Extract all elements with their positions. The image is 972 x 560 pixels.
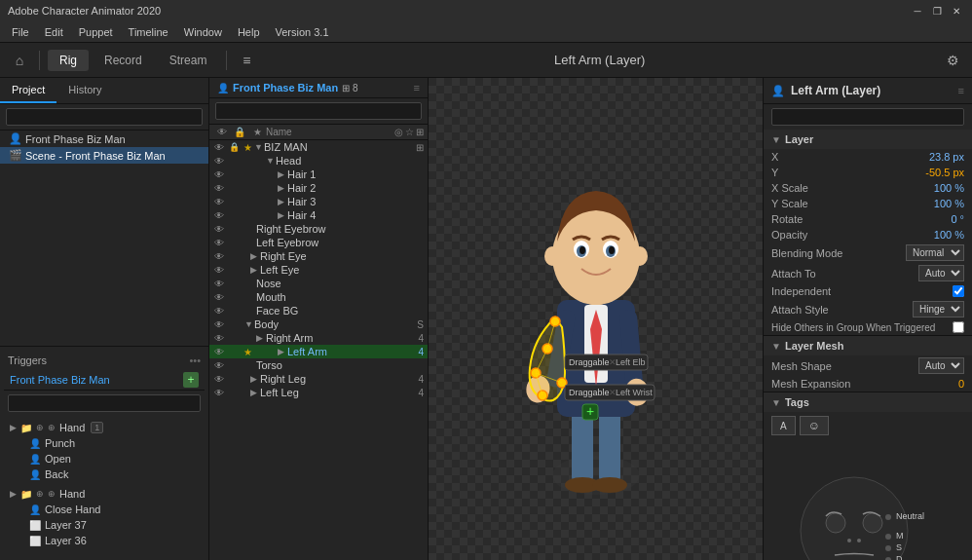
tab-stream[interactable]: Stream bbox=[158, 50, 219, 71]
tree-item-frontphase[interactable]: 👤 Front Phase Biz Man bbox=[0, 131, 208, 147]
layer-row-righteyebrow[interactable]: 👁 Right Eyebrow bbox=[209, 222, 428, 236]
layer-row-hair4[interactable]: 👁 🔒 ★ ▶ Hair 4 bbox=[209, 208, 428, 222]
layer-row-body[interactable]: 👁 ▼ Body S bbox=[209, 317, 428, 331]
eye-leftarm[interactable]: 👁 bbox=[211, 347, 227, 357]
tag-draggable-elbow[interactable]: Draggable ✕ Left Elb bbox=[565, 355, 648, 370]
layer-row-hair3[interactable]: 👁 🔒 ★ ▶ Hair 3 bbox=[209, 195, 428, 208]
eye-righteye[interactable]: 👁 bbox=[211, 251, 227, 262]
star-leftarm[interactable]: ★ bbox=[241, 347, 254, 357]
layer-row-facebg[interactable]: 👁 Face BG bbox=[209, 304, 428, 317]
home-icon[interactable]: ⌂ bbox=[8, 49, 31, 72]
prop-select-attachto[interactable]: Auto bbox=[918, 265, 964, 281]
arrow-lefteye[interactable]: ▶ bbox=[250, 265, 260, 275]
trigger-group-hand2-header[interactable]: ▶ 📁 ⊕ ⊕ Hand bbox=[10, 486, 199, 502]
arrow-hair1[interactable]: ▶ bbox=[278, 169, 287, 179]
arrow-head[interactable]: ▼ bbox=[266, 156, 276, 166]
settings-icon[interactable]: ⚙ bbox=[941, 49, 964, 72]
layer-search-input[interactable] bbox=[215, 102, 422, 120]
canvas-area[interactable]: Draggable ✕ Left Elb Draggable ✕ Left Wr… bbox=[429, 78, 763, 560]
tag-draggable-wrist[interactable]: Draggable ✕ Left Wrist bbox=[565, 385, 654, 400]
arrow-rightarm[interactable]: ▶ bbox=[256, 333, 266, 343]
prop-value-y[interactable]: -50.5 px bbox=[906, 167, 964, 178]
layermesh-section-header[interactable]: ▼ Layer Mesh bbox=[764, 336, 972, 355]
eye-mouth[interactable]: 👁 bbox=[211, 292, 227, 303]
layer-row-hair1[interactable]: 👁 🔒 ★ ▶ Hair 1 bbox=[209, 168, 428, 181]
minimize-button[interactable]: ─ bbox=[910, 3, 925, 19]
layer-row-mouth[interactable]: 👁 Mouth bbox=[209, 290, 428, 304]
eye-facebg[interactable]: 👁 bbox=[211, 306, 227, 317]
eye-leftleg[interactable]: 👁 bbox=[211, 388, 227, 398]
eye-hair1[interactable]: 👁 bbox=[211, 169, 227, 180]
tags-btn-face[interactable]: ☺ bbox=[800, 416, 829, 435]
eye-hair4[interactable]: 👁 bbox=[211, 210, 227, 221]
arrow-bizman[interactable]: ▼ bbox=[254, 142, 264, 152]
arrow-body[interactable]: ▼ bbox=[244, 319, 254, 329]
tags-btn-a[interactable]: A bbox=[771, 416, 796, 435]
menu-edit[interactable]: Edit bbox=[37, 24, 71, 40]
project-search-input[interactable] bbox=[6, 108, 203, 126]
layer-row-rightleg[interactable]: 👁 ▶ Right Leg 4 bbox=[209, 372, 428, 386]
prop-value-rotate[interactable]: 0 ° bbox=[906, 213, 964, 225]
restore-button[interactable]: ❐ bbox=[929, 3, 945, 19]
layer-row-leftleg[interactable]: 👁 ▶ Left Leg 4 bbox=[209, 386, 428, 399]
arrow-righteye[interactable]: ▶ bbox=[250, 251, 260, 261]
eye-torso[interactable]: 👁 bbox=[211, 360, 227, 371]
arrow-hair3[interactable]: ▶ bbox=[278, 197, 287, 206]
triggers-menu-icon[interactable]: ••• bbox=[189, 355, 201, 366]
prop-value-opacity[interactable]: 100 % bbox=[906, 229, 964, 241]
eye-hair2[interactable]: 👁 bbox=[211, 183, 227, 194]
star-bizman[interactable]: ★ bbox=[241, 142, 254, 153]
tab-history[interactable]: History bbox=[56, 78, 113, 103]
trigger-item-layer37[interactable]: ⬜ Layer 37 bbox=[10, 517, 199, 533]
eye-lefteye[interactable]: 👁 bbox=[211, 265, 227, 276]
tree-item-scene[interactable]: 🎬 Scene - Front Phase Biz Man bbox=[0, 147, 208, 164]
eye-bizman[interactable]: 👁 bbox=[211, 142, 227, 153]
eye-lefteyebrow[interactable]: 👁 bbox=[211, 238, 227, 248]
trigger-group-hand1-header[interactable]: ▶ 📁 ⊕ ⊕ Hand 1 bbox=[10, 420, 199, 435]
lock-bizman[interactable]: 🔒 bbox=[227, 142, 241, 152]
tags-section-header[interactable]: ▼ Tags bbox=[764, 392, 972, 412]
tab-rig[interactable]: Rig bbox=[48, 50, 89, 71]
menu-window[interactable]: Window bbox=[176, 24, 230, 40]
menu-timeline[interactable]: Timeline bbox=[121, 24, 176, 40]
layer-row-lefteye[interactable]: 👁 ▶ Left Eye bbox=[209, 263, 428, 277]
prop-value-yscale[interactable]: 100 % bbox=[906, 198, 964, 209]
eye-nose[interactable]: 👁 bbox=[211, 279, 227, 289]
hamburger-icon[interactable]: ≡ bbox=[235, 49, 258, 72]
trigger-item-punch[interactable]: 👤 Punch bbox=[10, 435, 199, 451]
arrow-leftleg[interactable]: ▶ bbox=[250, 388, 260, 397]
prop-select-attachstyle[interactable]: Hinge bbox=[913, 301, 964, 317]
add-handle-button[interactable]: + bbox=[582, 403, 598, 420]
eye-rightarm[interactable]: 👁 bbox=[211, 333, 227, 344]
properties-menu-icon[interactable]: ≡ bbox=[958, 85, 964, 96]
arrow-hair2[interactable]: ▶ bbox=[278, 183, 287, 193]
trigger-search-input[interactable] bbox=[8, 394, 201, 412]
arrow-leftarm[interactable]: ▶ bbox=[278, 347, 287, 356]
layer-panel-menu-icon[interactable]: ≡ bbox=[414, 82, 420, 93]
prop-select-meshshape[interactable]: Auto bbox=[918, 357, 964, 374]
arrow-rightleg[interactable]: ▶ bbox=[250, 374, 260, 384]
layer-row-leftarm[interactable]: 👁 🔒 ★ ▶ Left Arm 4 bbox=[209, 345, 428, 358]
menu-puppet[interactable]: Puppet bbox=[71, 24, 121, 40]
prop-value-x[interactable]: 23.8 px bbox=[906, 151, 964, 163]
layer-row-rightarm[interactable]: 👁 ▶ Right Arm 4 bbox=[209, 331, 428, 345]
eye-head[interactable]: 👁 bbox=[211, 156, 227, 167]
trigger-item-closehand[interactable]: 👤 Close Hand bbox=[10, 502, 199, 517]
prop-checkbox-independent[interactable] bbox=[953, 285, 964, 297]
layer-row-bizman[interactable]: 👁 🔒 ★ ▼ BIZ MAN ⊞ bbox=[209, 140, 428, 154]
prop-value-meshexpansion[interactable]: 0 bbox=[906, 378, 964, 390]
menu-help[interactable]: Help bbox=[230, 24, 268, 40]
layer-row-hair2[interactable]: 👁 🔒 ★ ▶ Hair 2 bbox=[209, 181, 428, 195]
eye-hair3[interactable]: 👁 bbox=[211, 197, 227, 207]
tab-project[interactable]: Project bbox=[0, 78, 56, 103]
tab-record[interactable]: Record bbox=[93, 50, 154, 71]
menu-file[interactable]: File bbox=[4, 24, 37, 40]
prop-value-xscale[interactable]: 100 % bbox=[906, 182, 964, 194]
layer-row-righteye[interactable]: 👁 ▶ Right Eye bbox=[209, 249, 428, 263]
add-trigger-button[interactable]: + bbox=[183, 372, 199, 388]
layer-row-torso[interactable]: 👁 Torso bbox=[209, 358, 428, 372]
trigger-item-back[interactable]: 👤 Back bbox=[10, 467, 199, 482]
eye-righteyebrow[interactable]: 👁 bbox=[211, 224, 227, 235]
layer-row-lefteyebrow[interactable]: 👁 Left Eyebrow bbox=[209, 236, 428, 249]
eye-body[interactable]: 👁 bbox=[211, 319, 227, 330]
